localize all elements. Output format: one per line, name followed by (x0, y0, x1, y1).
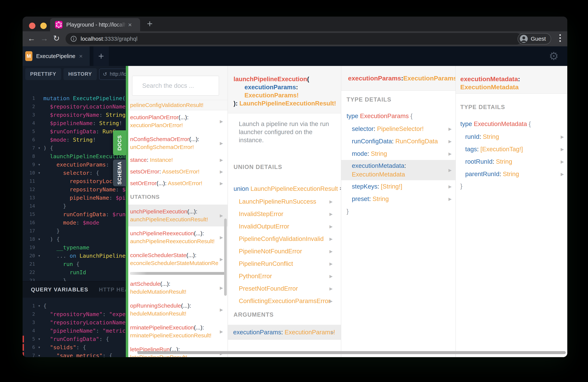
history-button[interactable]: HISTORY (63, 68, 97, 80)
code-line[interactable]: 7▾ "save_metrics": { (22, 352, 126, 357)
union-member[interactable]: InvalidOutputError▶ (228, 220, 341, 233)
argument-row[interactable]: executionParams: ExecutionParams! ▶ (228, 325, 341, 340)
tab-close-icon[interactable]: × (128, 21, 132, 28)
type-field[interactable]: rootRunId: String▶ (456, 155, 567, 168)
docs-list-item[interactable]: nConfigSchemaOrError(...):unConfigSchema… (128, 132, 228, 154)
docs-list-item[interactable]: unchPipelineExecution(...):aunchPipeline… (128, 205, 228, 226)
code-line[interactable]: 14 } (22, 202, 126, 210)
query-variables-code[interactable]: 1▾{2 "repositoryName": "exper3 "reposito… (22, 302, 126, 357)
union-member[interactable]: PipelineNotFoundError▶ (228, 245, 341, 257)
code-line[interactable]: 6▾ "solids": { (22, 343, 126, 352)
union-member[interactable]: PythonError▶ (228, 270, 341, 282)
playground-new-tab-button[interactable]: + (93, 46, 109, 66)
docs-list-item[interactable]: stance: Instance!▶ (128, 154, 228, 166)
type-field[interactable]: tags: [ExecutionTag!]▶ (456, 143, 567, 155)
profile-button[interactable]: Guest (518, 33, 551, 44)
browser-tab[interactable]: Playground - http://localhost:33 × (50, 18, 140, 31)
union-member[interactable]: LaunchPipelineRunSuccess▶ (228, 195, 341, 208)
code-line[interactable]: 5 $runConfigData: RunCo (22, 127, 126, 136)
playground-tab[interactable]: M ExecutePipeline × (22, 46, 90, 66)
union-member[interactable]: PresetNotFoundError▶ (228, 282, 341, 295)
code-line[interactable]: 19 __typename (22, 243, 126, 252)
docs-list-item[interactable]: rminatePipelineExecution(...):rminatePip… (128, 320, 228, 342)
docs-divider[interactable] (126, 66, 128, 357)
prettify-button[interactable]: PRETTIFY (25, 68, 61, 80)
type-field[interactable]: preset: String▶ (341, 193, 455, 205)
code-line[interactable]: 10▾ selector: { (22, 169, 126, 177)
refresh-icon[interactable]: ↺ (103, 71, 107, 77)
type-field[interactable]: parentRunId: String▶ (456, 168, 567, 180)
address-bar[interactable]: localhost:3333/graphql (65, 33, 522, 45)
fold-arrow-icon[interactable]: ▾ (35, 169, 43, 177)
fold-arrow-icon[interactable]: ▾ (35, 343, 43, 352)
union-member[interactable]: InvalidStepError▶ (228, 208, 341, 220)
fold-arrow-icon[interactable]: ▾ (35, 335, 43, 343)
code-line[interactable]: 21 run { (22, 260, 126, 268)
code-line[interactable]: 1▾{ (22, 302, 126, 310)
union-member[interactable]: PipelineConfigValidationInvalid▶ (228, 233, 341, 245)
docs-side-tab[interactable]: DOCS (113, 130, 126, 155)
code-line[interactable]: 3 $repositoryName: String! (22, 111, 126, 119)
settings-gear-icon[interactable]: ⚙ (549, 50, 559, 63)
type-field[interactable]: mode: String▶ (341, 148, 455, 160)
schema-side-tab[interactable]: SCHEMA (113, 160, 126, 186)
type-field[interactable]: runConfigData: RunConfigData▶ (341, 135, 455, 148)
code-line[interactable]: 6 $mode: String! (22, 136, 126, 144)
endpoint-input[interactable]: ↺ http://loc (99, 68, 126, 80)
tab-http-headers[interactable]: HTTP HEADER (99, 287, 126, 293)
reload-icon[interactable]: ↻ (53, 34, 60, 43)
type-field[interactable]: runId: String▶ (456, 130, 567, 143)
horizontal-scrollbar[interactable] (128, 270, 228, 277)
docs-list-item[interactable]: letePipelineRun(...):letePipelineRunResu… (128, 342, 228, 357)
type-field[interactable]: selector: PipelineSelector!▶ (341, 123, 455, 135)
code-line[interactable]: 18▾ ) { (22, 235, 126, 243)
docs-list-item[interactable]: setOrError(...): AssetOrError!▶ (128, 177, 228, 189)
code-line[interactable]: 22 runId (22, 268, 126, 276)
code-line[interactable]: 1mutation ExecutePipeline( (22, 94, 126, 103)
vertical-scrollbar[interactable] (224, 218, 227, 296)
query-code[interactable]: 1mutation ExecutePipeline(2 $repositoryL… (22, 94, 126, 285)
fold-arrow-icon[interactable]: ▾ (35, 302, 43, 310)
union-member[interactable]: ConflictingExecutionParamsError▶ (228, 295, 341, 307)
docs-search-box[interactable] (132, 76, 219, 96)
close-window-button[interactable] (29, 22, 35, 29)
code-line[interactable]: 16 mode: $mode (22, 218, 126, 227)
back-icon[interactable]: ← (27, 34, 35, 43)
docs-search-input[interactable] (142, 82, 222, 89)
fold-arrow-icon[interactable]: ▾ (35, 161, 43, 169)
code-line[interactable]: 9▾ executionParams: { (22, 161, 126, 169)
docs-list-item[interactable]: concileSchedulerState(...):econcileSched… (128, 248, 228, 270)
docs-list-item[interactable]: ecutionPlanOrError(...):xecutionPlanOrEr… (128, 110, 228, 132)
docs-list-item[interactable]: opRunningSchedule(...):heduleMutationRes… (128, 299, 228, 320)
docs-clipped-item[interactable]: pelineConfigValidationResult! (128, 100, 228, 110)
docs-list-item[interactable]: unchPipelineReexecution(...):aunchPipeli… (128, 226, 228, 248)
fold-arrow-icon[interactable]: ▾ (35, 144, 43, 152)
code-line[interactable]: 8 launchPipelineExecution( (22, 152, 126, 161)
code-line[interactable]: 4 $pipelineName: String! (22, 119, 126, 127)
playground-tab-close-icon[interactable]: × (79, 53, 83, 60)
union-member[interactable]: PipelineRunConflict▶ (228, 257, 341, 270)
docs-list-item[interactable]: artSchedule(...):heduleMutationResult!▶ (128, 277, 228, 299)
new-tab-button[interactable]: + (147, 19, 152, 29)
fold-arrow-icon[interactable]: ▾ (35, 352, 43, 357)
tab-query-variables[interactable]: QUERY VARIABLES (31, 287, 88, 293)
minimize-window-button[interactable] (40, 22, 47, 29)
fold-arrow-icon[interactable]: ▾ (35, 235, 43, 243)
code-line[interactable]: 15 runConfigData: $runC (22, 210, 126, 218)
fold-arrow-icon[interactable]: ▾ (35, 252, 43, 260)
code-line[interactable]: 4 "pipelineName": "metrics (22, 327, 126, 335)
code-line[interactable]: 13 pipelineName: $pip (22, 194, 126, 202)
type-field[interactable]: executionMetadata:ExecutionMetadata▶ (341, 160, 455, 180)
forward-icon[interactable]: → (40, 34, 48, 43)
code-line[interactable]: 2 $repositoryLocationName: (22, 103, 126, 111)
code-line[interactable]: 17 } (22, 227, 126, 235)
docs-list-item[interactable]: setsOrError: AssetsOrError!▶ (128, 166, 228, 177)
horizontal-scrollbar[interactable] (137, 351, 566, 354)
code-line[interactable]: 3 "repositoryLocationName" (22, 318, 126, 327)
type-field[interactable]: stepKeys: [String!]▶ (341, 180, 455, 193)
browser-menu-icon[interactable] (559, 34, 561, 42)
query-editor[interactable]: PRETTIFY HISTORY ↺ http://loc 1mutation … (22, 66, 126, 357)
code-line[interactable]: 2 "repositoryName": "exper (22, 310, 126, 318)
code-line[interactable]: 5▾ "runConfigData": { (22, 335, 126, 343)
code-line[interactable]: 7▾) { (22, 144, 126, 152)
